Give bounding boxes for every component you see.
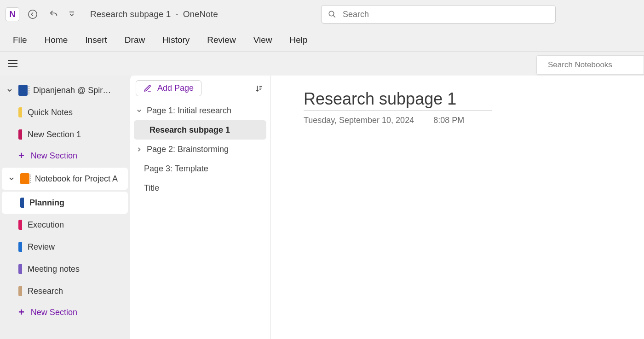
search-icon	[328, 10, 336, 18]
sort-pages-button[interactable]	[255, 84, 264, 93]
notebook-row[interactable]: Dipanjenah @ Spiral...	[0, 79, 130, 101]
notebook-icon	[20, 173, 29, 184]
page-item[interactable]: Page 3: Template	[134, 159, 266, 178]
ribbon-tab-home[interactable]: Home	[45, 35, 68, 45]
svg-point-0	[29, 10, 37, 18]
global-search-input[interactable]	[343, 10, 549, 19]
new-section-button[interactable]: + New Section	[0, 302, 130, 322]
page-item[interactable]: Research subpage 1	[134, 120, 266, 140]
search-notebooks-input[interactable]	[548, 60, 644, 70]
sort-icon	[255, 84, 264, 93]
page-item[interactable]: Page 2: Brainstorming	[134, 140, 266, 159]
ribbon-tab-draw[interactable]: Draw	[125, 35, 145, 45]
section-name: Quick Notes	[28, 108, 73, 117]
notebook-name: Notebook for Project A	[35, 174, 118, 184]
svg-point-2	[329, 11, 334, 16]
add-page-button[interactable]: Add Page	[136, 80, 201, 96]
section-color-tab	[18, 220, 22, 230]
section-name: Meeting notes	[28, 264, 80, 274]
section-name: Review	[28, 242, 55, 252]
page-label: Research subpage 1	[150, 125, 230, 135]
section-name: Planning	[29, 198, 64, 208]
main-area: Dipanjenah @ Spiral... Quick Notes New S…	[0, 76, 644, 339]
section-row-planning[interactable]: Planning	[2, 192, 128, 214]
sub-toolbar	[0, 52, 644, 76]
section-color-tab	[18, 242, 22, 252]
new-section-button[interactable]: + New Section	[0, 146, 130, 166]
ribbon: File Home Insert Draw History Review Vie…	[0, 29, 644, 52]
notebook-sidebar: Dipanjenah @ Spiral... Quick Notes New S…	[0, 76, 130, 339]
section-name: Research	[28, 286, 63, 296]
notebook-row[interactable]: Notebook for Project A	[2, 168, 128, 190]
page-list-panel: Add Page Page 1: Initial research Resear…	[130, 76, 270, 339]
page-label: Page 3: Template	[144, 164, 208, 174]
page-title[interactable]: Research subpage 1	[304, 89, 492, 111]
arrow-left-icon	[28, 9, 38, 19]
add-page-label: Add Page	[157, 83, 194, 93]
page-editor[interactable]: Research subpage 1 Tuesday, September 10…	[270, 76, 644, 339]
section-row-quick-notes[interactable]: Quick Notes	[0, 101, 130, 123]
edit-icon	[144, 84, 152, 93]
page-metadata: Tuesday, September 10, 2024 8:08 PM	[304, 116, 644, 125]
undo-button[interactable]	[46, 6, 62, 22]
app-name: OneNote	[183, 9, 218, 19]
ribbon-tab-file[interactable]: File	[13, 35, 27, 45]
page-label: Page 2: Brainstorming	[147, 145, 229, 154]
global-search-box[interactable]	[321, 5, 556, 23]
notebook-name: Dipanjenah @ Spiral...	[33, 86, 111, 95]
ribbon-tab-review[interactable]: Review	[207, 35, 236, 45]
svg-line-3	[333, 15, 335, 18]
page-time: 8:08 PM	[433, 116, 464, 125]
page-date: Tuesday, September 10, 2024	[304, 116, 414, 125]
section-row-meeting-notes[interactable]: Meeting notes	[0, 258, 130, 280]
page-item[interactable]: Title	[134, 178, 266, 198]
plus-icon: +	[18, 306, 24, 318]
chevron-down-icon	[8, 176, 15, 181]
navigation-toggle-button[interactable]	[7, 57, 20, 70]
section-name: New Section 1	[28, 130, 81, 140]
undo-icon	[49, 9, 59, 19]
chevron-down-icon	[137, 108, 143, 113]
chevron-down-icon	[6, 88, 13, 93]
title-separator: -	[175, 9, 178, 19]
plus-icon: +	[18, 150, 24, 162]
chevron-right-icon	[137, 147, 143, 152]
hamburger-icon	[8, 60, 17, 61]
ribbon-tab-insert[interactable]: Insert	[85, 35, 107, 45]
ribbon-tab-help[interactable]: Help	[289, 35, 307, 45]
section-name: Execution	[28, 220, 64, 230]
document-title: Research subpage 1	[90, 9, 171, 19]
section-color-tab	[20, 198, 24, 208]
section-color-tab	[18, 264, 22, 274]
section-row-review[interactable]: Review	[0, 236, 130, 258]
page-label: Title	[144, 183, 159, 193]
section-color-tab	[18, 107, 22, 117]
new-section-label: New Section	[31, 308, 77, 317]
new-section-label: New Section	[31, 151, 77, 161]
page-label: Page 1: Initial research	[147, 106, 231, 116]
page-item[interactable]: Page 1: Initial research	[134, 101, 266, 120]
section-row-execution[interactable]: Execution	[0, 214, 130, 236]
section-color-tab	[18, 129, 22, 140]
back-button[interactable]	[25, 6, 40, 22]
ribbon-tab-view[interactable]: View	[253, 35, 272, 45]
ribbon-tab-history[interactable]: History	[162, 35, 190, 45]
app-icon: N	[6, 7, 19, 21]
window-title: Research subpage 1 - OneNote	[90, 9, 218, 19]
search-notebooks-box[interactable]	[536, 55, 644, 75]
section-row-research[interactable]: Research	[0, 280, 130, 302]
title-bar: N Research subpage 1 - OneNote	[0, 0, 644, 29]
notebook-icon	[18, 85, 28, 96]
section-row-new-section-1[interactable]: New Section 1	[0, 123, 130, 146]
chevron-down-bar-icon	[69, 11, 75, 18]
section-color-tab	[18, 286, 22, 296]
customize-quick-access-button[interactable]	[67, 6, 76, 22]
